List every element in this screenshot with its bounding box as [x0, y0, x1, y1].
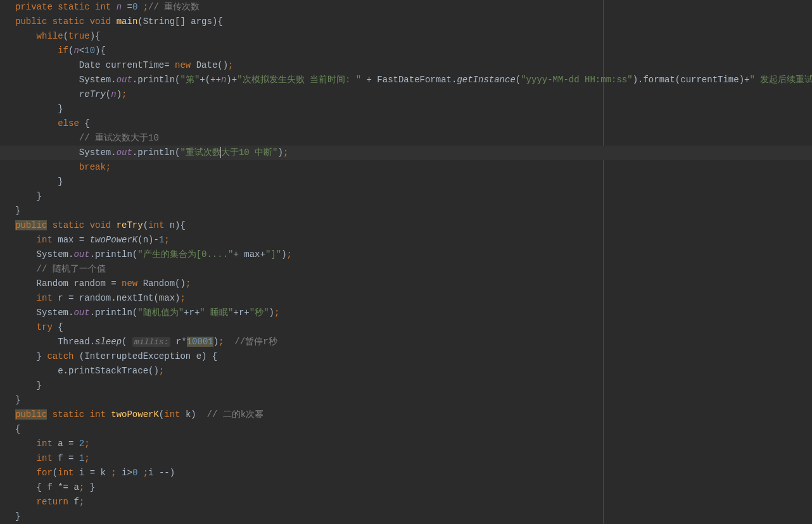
keyword-int: int [37, 439, 53, 449]
code-line[interactable]: System.out.println("产生的集合为[0...."+ max+"… [15, 247, 812, 262]
thread: Thread. [58, 337, 95, 347]
keyword-public-highlighted: public [15, 220, 47, 230]
code-line[interactable]: // 随机了一个值 [15, 262, 812, 277]
brace: } [37, 380, 42, 390]
param-hint-millis: millis: [132, 337, 171, 347]
semicolon: ; [159, 366, 164, 376]
method-retry: reTry [79, 89, 106, 99]
paren: ( [159, 409, 164, 420]
field-out: out [73, 308, 89, 318]
string: " 发起后续重试" [749, 75, 812, 85]
keyword-try: try [37, 322, 53, 332]
system: System. [79, 147, 117, 158]
code-line[interactable]: } [15, 204, 812, 218]
keyword-public-highlighted: public [15, 409, 47, 420]
keyword-static: static [47, 409, 84, 420]
code-line[interactable]: private static int n =0 ;// 重传次数 [15, 0, 812, 15]
code-line[interactable]: Date currentTime= new Date(); [15, 58, 812, 73]
semicolon: ; [106, 162, 111, 172]
type-date: Date [79, 60, 106, 70]
dot: . [132, 147, 137, 158]
var-f: f [68, 497, 79, 507]
number-ten: 10 [84, 46, 95, 56]
code-line[interactable]: int a = 2; [15, 437, 812, 451]
code-line[interactable]: int r = random.nextInt(max); [15, 291, 812, 306]
code-line[interactable]: // 重试次数大于10 [15, 131, 812, 146]
code-line[interactable]: } [15, 102, 812, 116]
code-editor[interactable]: private static int n =0 ;// 重传次数 public … [0, 0, 812, 524]
keyword-static: static [53, 16, 84, 27]
code-line[interactable]: Random random = new Random(); [15, 277, 812, 291]
code-line[interactable]: break; [15, 160, 812, 175]
keyword-if: if [58, 46, 68, 56]
code-line[interactable]: { [15, 422, 812, 437]
semicolon: ; [164, 235, 169, 245]
semicolon: ; [111, 468, 116, 478]
dot: . [90, 249, 95, 259]
keyword-true: true [68, 31, 90, 41]
keyword-int: int [148, 220, 164, 230]
code-line[interactable]: } [15, 175, 812, 189]
paren-open: ( [63, 31, 68, 41]
code-line[interactable]: int f = 1; [15, 451, 812, 466]
plus: +(++ [200, 75, 221, 85]
keyword-int: int [164, 409, 180, 420]
method-twopowerk: twoPowerK [90, 235, 138, 245]
keyword-else: else [58, 118, 79, 128]
plus: + FastDateFormat. [361, 75, 457, 85]
paren: ( [132, 308, 137, 318]
brace: } [15, 511, 20, 521]
var-f: f = [53, 453, 79, 463]
method-sleep: sleep [95, 337, 122, 347]
code-line[interactable]: } [15, 189, 812, 204]
code-line[interactable]: else { [15, 116, 812, 131]
semicolon: ; [274, 308, 279, 318]
code-line[interactable]: for(int i = k ; i>0 ;i --) [15, 466, 812, 480]
code-line[interactable]: public static int twoPowerK(int k) // 二的… [15, 408, 812, 422]
code-line[interactable]: } [15, 393, 812, 408]
keyword-return: return [37, 497, 68, 507]
code-line[interactable]: public static void main(String[] args){ [15, 15, 812, 29]
code-line[interactable]: } catch (InterruptedException e) { [15, 349, 812, 364]
code-line[interactable]: } [15, 378, 812, 393]
code-line[interactable]: Thread.sleep( millis: r*10001); //暂停r秒 [15, 335, 812, 349]
code-line[interactable]: e.printStackTrace(); [15, 364, 812, 378]
printstacktrace: e.printStackTrace() [58, 366, 159, 376]
code-line[interactable]: return f; [15, 495, 812, 509]
code-line[interactable]: while(true){ [15, 29, 812, 44]
code-line[interactable]: int max = twoPowerK(n)-1; [15, 233, 812, 247]
keyword-int: int [37, 235, 53, 245]
code-line[interactable]: try { [15, 320, 812, 335]
println: println [137, 147, 175, 158]
var-a: a = [53, 439, 79, 449]
string: "次模拟发生失败 当前时间: " [237, 75, 361, 85]
dot: . [90, 308, 95, 318]
code-line[interactable]: System.out.println("随机值为"+r+" 睡眠"+r+"秒")… [15, 306, 812, 320]
semicolon: ; [219, 337, 224, 347]
number-highlighted: 10001 [187, 337, 213, 347]
code-line-active[interactable]: System.out.println("重试次数大于10 中断"); [15, 146, 812, 160]
code-line[interactable]: reTry(n); [15, 87, 812, 102]
code-line[interactable]: { f *= a; } [15, 480, 812, 495]
keyword-break: break [79, 162, 106, 172]
paren: ) [117, 89, 122, 99]
semicolon: ; [180, 293, 185, 303]
semicolon: ; [287, 249, 292, 259]
brace: } [37, 191, 42, 201]
number: 2 [79, 439, 84, 449]
keyword-static: static [58, 2, 89, 12]
param: n){ [164, 220, 186, 230]
code-line[interactable]: System.out.println("第"+(++n)+"次模拟发生失败 当前… [15, 73, 812, 87]
keyword-new: new [122, 278, 137, 289]
brace: } [37, 351, 48, 361]
string: "第" [180, 75, 200, 85]
close: } [84, 482, 95, 492]
string: "秒" [250, 308, 269, 318]
expr: r* [170, 337, 186, 347]
inc: i --) [148, 468, 175, 478]
code-line[interactable]: if(n<10){ [15, 44, 812, 58]
number: 1 [79, 453, 84, 463]
code-line[interactable]: } [15, 509, 812, 524]
code-line[interactable]: public static void reTry(int n){ [15, 218, 812, 233]
brace: } [15, 395, 20, 405]
